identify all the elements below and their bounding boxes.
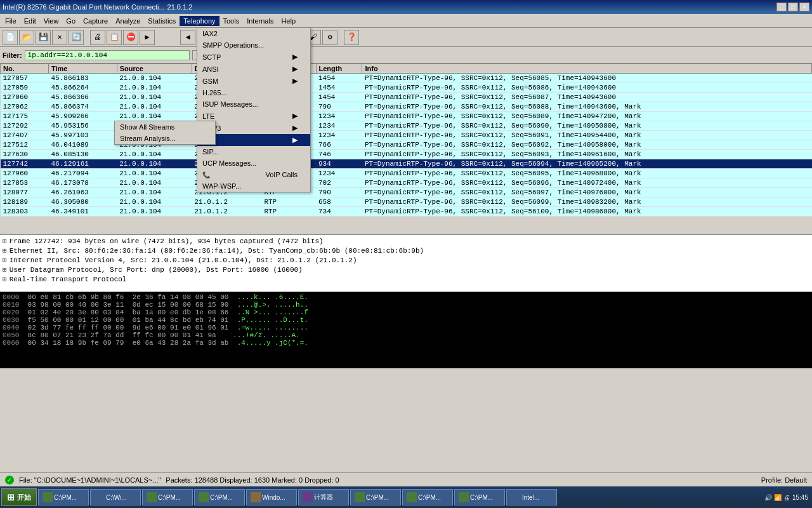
status-bar: ✓ File: "C:\DOCUME~1\ADMINI~1\LOCALS~...… bbox=[0, 472, 812, 486]
hex-line-2: 0010 03 98 00 00 40 00 3e 11 0d ec 15 00… bbox=[3, 301, 809, 309]
toolbar-open[interactable]: 📂 bbox=[19, 30, 34, 45]
toolbar-save2[interactable]: 📋 bbox=[107, 30, 122, 45]
toolbar-stop[interactable]: ⛔ bbox=[123, 30, 138, 45]
toolbar-help[interactable]: ❓ bbox=[344, 30, 359, 45]
table-row[interactable]: 12705945.86626421.0.0.10421.0.1.2RTP1454… bbox=[1, 83, 812, 93]
taskbar-item-7[interactable]: C:\PM... bbox=[350, 489, 401, 505]
toolbar-back[interactable]: ◀ bbox=[180, 30, 195, 45]
table-row[interactable]: 12796046.21709421.0.0.10421.0.1.2RTP1234… bbox=[1, 169, 812, 178]
menu-sip[interactable]: SIP... bbox=[197, 146, 310, 157]
table-row[interactable]: 12706045.86636621.0.0.10421.0.1.2RTP1454… bbox=[1, 93, 812, 102]
menu-statistics[interactable]: Statistics bbox=[144, 16, 180, 26]
col-time[interactable]: Time bbox=[49, 64, 117, 74]
detail-text-5: Real-Time Transport Protocol bbox=[10, 276, 127, 283]
detail-row-4[interactable]: ⊞ User Datagram Protocol, Src Port: dnp … bbox=[3, 265, 809, 274]
taskbar-item-8[interactable]: C:\PM... bbox=[402, 489, 453, 505]
detail-row-5[interactable]: ⊞ Real-Time Transport Protocol bbox=[3, 274, 809, 284]
expand-icon-2[interactable]: ⊞ bbox=[3, 246, 7, 255]
taskbar-item-9[interactable]: C:\PM... bbox=[454, 489, 505, 505]
col-info[interactable]: Info bbox=[362, 64, 812, 74]
taskbar-item-2[interactable]: C:\Wi... bbox=[90, 489, 141, 505]
detail-text-3: Internet Protocol Version 4, Src: 21.0.0… bbox=[10, 257, 357, 264]
table-row[interactable]: 12807746.26106321.0.0.10421.0.1.2RTP790P… bbox=[1, 188, 812, 197]
col-source[interactable]: Source bbox=[117, 64, 192, 74]
expand-icon-5[interactable]: ⊞ bbox=[3, 275, 7, 283]
table-row[interactable]: 12706245.86637421.0.0.10421.0.1.2RTP790P… bbox=[1, 102, 812, 112]
taskbar-item-1[interactable]: C:\PM... bbox=[38, 489, 89, 505]
status-profile: Profile: Default bbox=[761, 476, 807, 484]
menu-telephony[interactable]: Telephony bbox=[180, 16, 219, 26]
menu-help[interactable]: Help bbox=[277, 16, 299, 26]
menu-edit[interactable]: Edit bbox=[20, 16, 40, 26]
hex-line-3: 0020 01 02 4e 20 3e 80 03 84 ba 1a 80 e0… bbox=[3, 309, 809, 316]
taskbar-item-intel[interactable]: Intel... bbox=[506, 489, 557, 505]
col-no[interactable]: No. bbox=[1, 64, 49, 74]
tray-icons: 🔊 📶 🖨 bbox=[764, 494, 790, 501]
hex-line-4: 0030 f5 50 00 00 01 12 00 00 01 ba 44 8c… bbox=[3, 316, 809, 324]
title-text: Intel(R) 82576 Gigabit Dual Port Network… bbox=[3, 3, 165, 11]
rtp-show-all-streams[interactable]: Show All Streams bbox=[115, 121, 215, 133]
packet-tbody: 12705745.86618321.0.0.10421.0.1.2RTP1454… bbox=[1, 74, 812, 217]
menu-iax2[interactable]: IAX2 bbox=[197, 28, 310, 39]
menu-tools[interactable]: Tools bbox=[219, 16, 244, 26]
detail-row-2[interactable]: ⊞ Ethernet II, Src: 80:f6:2e:36:fa:14 (8… bbox=[3, 246, 809, 255]
filter-label: Filter: bbox=[3, 51, 22, 59]
table-row[interactable]: 12785346.17307821.0.0.10421.0.1.2RTP702P… bbox=[1, 178, 812, 188]
taskbar-item-5[interactable]: Windo... bbox=[246, 489, 297, 505]
filter-input[interactable] bbox=[25, 50, 190, 60]
toolbar-start[interactable]: ▶ bbox=[140, 30, 155, 45]
table-row[interactable]: 12818946.30508021.0.0.10421.0.1.2RTP658P… bbox=[1, 197, 812, 207]
taskbar-item-3[interactable]: C:\PM... bbox=[142, 489, 193, 505]
menu-internals[interactable]: Internals bbox=[243, 16, 277, 26]
system-tray: 🔊 📶 🖨 15:45 bbox=[764, 494, 811, 501]
menu-file[interactable]: File bbox=[1, 16, 20, 26]
maximize-button[interactable]: □ bbox=[788, 3, 798, 11]
expand-icon-3[interactable]: ⊞ bbox=[3, 256, 7, 264]
menu-analyze[interactable]: Analyze bbox=[112, 16, 144, 26]
table-row[interactable]: 12763046.08513021.0.0.10421.0.1.2RTP746P… bbox=[1, 150, 812, 159]
toolbar-save[interactable]: 💾 bbox=[36, 30, 51, 45]
rtp-stream-analysis[interactable]: Stream Analysis... bbox=[115, 133, 215, 144]
detail-row-3[interactable]: ⊞ Internet Protocol Version 4, Src: 21.0… bbox=[3, 255, 809, 265]
menu-smpp[interactable]: SMPP Operations... bbox=[197, 39, 310, 51]
expand-icon-1[interactable]: ⊞ bbox=[3, 237, 7, 245]
detail-text-4: User Datagram Protocol, Src Port: dnp (2… bbox=[10, 266, 303, 274]
taskbar-item-4[interactable]: C:\PM... bbox=[194, 489, 245, 505]
table-row[interactable]: 12705745.86618321.0.0.10421.0.1.2RTP1454… bbox=[1, 74, 812, 83]
menu-isup[interactable]: ISUP Messages... bbox=[197, 98, 310, 110]
minimize-button[interactable]: _ bbox=[776, 3, 787, 11]
menu-ansi[interactable]: ANSI ▶ bbox=[197, 63, 310, 75]
detail-row-1[interactable]: ⊞ Frame 127742: 934 bytes on wire (7472 … bbox=[3, 236, 809, 246]
taskbar-item-6[interactable]: 计算器 bbox=[298, 489, 349, 505]
menu-h265[interactable]: H.265... bbox=[197, 87, 310, 98]
detail-text-1: Frame 127742: 934 bytes on wire (7472 bi… bbox=[10, 237, 324, 245]
close-button[interactable]: × bbox=[799, 3, 809, 11]
detail-pane: ⊞ Frame 127742: 934 bytes on wire (7472 … bbox=[0, 235, 812, 292]
menu-voip[interactable]: 📞VoIP Calls bbox=[197, 169, 310, 180]
menu-view[interactable]: View bbox=[40, 16, 63, 26]
expand-icon-4[interactable]: ⊞ bbox=[3, 265, 7, 274]
menu-capture[interactable]: Capture bbox=[79, 16, 112, 26]
col-length[interactable]: Length bbox=[316, 64, 362, 74]
toolbar-prefs[interactable]: ⚙ bbox=[322, 30, 337, 45]
menu-bar: File Edit View Go Capture Analyze Statis… bbox=[0, 14, 812, 28]
toolbar-print[interactable]: 🖨 bbox=[90, 30, 105, 45]
table-row[interactable]: 12830346.34910121.0.0.10421.0.1.2RTP734P… bbox=[1, 207, 812, 217]
menu-wap[interactable]: WAP-WSP... bbox=[197, 180, 310, 192]
menu-gsm[interactable]: GSM ▶ bbox=[197, 75, 310, 87]
toolbar-reload[interactable]: 🔄 bbox=[69, 30, 84, 45]
menu-go[interactable]: Go bbox=[62, 16, 79, 26]
toolbar-new[interactable]: 📄 bbox=[3, 30, 18, 45]
start-button[interactable]: ⊞ 开始 bbox=[1, 488, 37, 506]
table-row[interactable]: 12717545.90926621.0.0.10421.0.1.2RTP1234… bbox=[1, 112, 812, 121]
status-packets: Packets: 128488 Displayed: 1630 Marked: … bbox=[166, 476, 339, 484]
toolbar-close[interactable]: ✕ bbox=[52, 30, 67, 45]
start-label: 开始 bbox=[17, 493, 31, 502]
menu-sctp[interactable]: SCTP ▶ bbox=[197, 51, 310, 63]
packet-table-container: No. Time Source Destination Protocol Len… bbox=[0, 64, 812, 235]
table-row[interactable]: 12774246.12916121.0.0.10421.0.1.2RTP934P… bbox=[1, 159, 812, 169]
window-controls: _ □ × bbox=[776, 3, 809, 11]
menu-ucp[interactable]: UCP Messages... bbox=[197, 157, 310, 169]
hex-pane: 0000 00 e0 81 cb 6b 9b 80 f6 2e 36 fa 14… bbox=[0, 292, 812, 368]
status-file: File: "C:\DOCUME~1\ADMINI~1\LOCALS~..." bbox=[19, 476, 160, 484]
